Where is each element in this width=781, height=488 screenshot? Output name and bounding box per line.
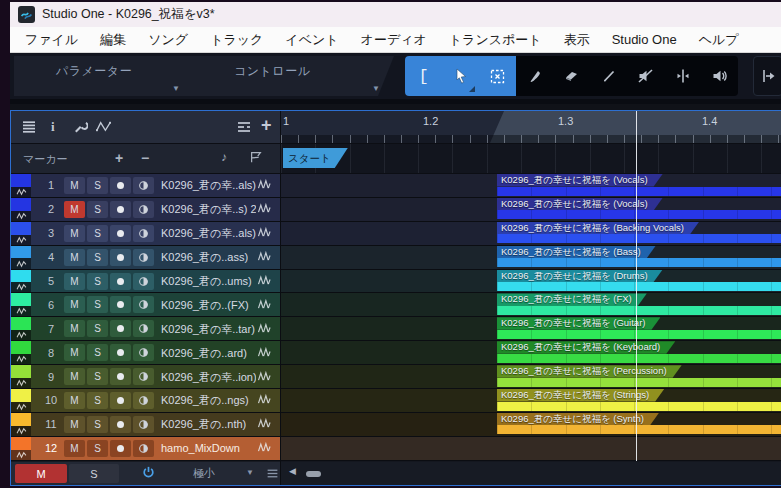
bend-tool-button[interactable] bbox=[664, 56, 701, 96]
record-arm-button[interactable] bbox=[110, 296, 131, 313]
monitor-button[interactable] bbox=[133, 177, 154, 194]
track-color-strip[interactable] bbox=[11, 222, 31, 245]
track-lane-11[interactable]: K0296_君の幸せに祝福を (Synth) bbox=[281, 413, 781, 437]
tempo-note-icon[interactable]: ♪ bbox=[221, 150, 227, 164]
track-header-3[interactable]: 3 M S K0296_君の幸..als) bbox=[11, 222, 281, 246]
track-lane-5[interactable]: K0296_君の幸せに祝福を (Drums) bbox=[281, 270, 781, 294]
mute-button[interactable]: M bbox=[64, 249, 85, 266]
audio-clip[interactable]: K0296_君の幸せに祝福を (Backing Vocals) bbox=[497, 222, 781, 245]
track-lane-8[interactable]: K0296_君の幸せに祝福を (Keyboard) bbox=[281, 341, 781, 365]
mute-button[interactable]: M bbox=[64, 392, 85, 409]
monitor-button[interactable] bbox=[133, 320, 154, 337]
mute-button[interactable]: M bbox=[64, 368, 85, 385]
marker-flag-icon[interactable] bbox=[249, 150, 263, 164]
solo-button[interactable]: S bbox=[87, 249, 108, 266]
solo-button[interactable]: S bbox=[87, 225, 108, 242]
audio-clip[interactable]: K0296_君の幸せに祝福を (Synth) bbox=[497, 413, 781, 436]
menu-item-6[interactable]: オーディオ bbox=[350, 27, 438, 52]
monitor-button[interactable] bbox=[133, 249, 154, 266]
mute-button[interactable]: M bbox=[64, 440, 85, 457]
track-header-10[interactable]: 10 M S K0296_君の..ngs) bbox=[11, 389, 281, 413]
audio-clip[interactable]: K0296_君の幸せに祝福を (Percussion) bbox=[497, 365, 781, 388]
track-header-4[interactable]: 4 M S K0296_君の..ass) bbox=[11, 246, 281, 270]
solo-button[interactable]: S bbox=[87, 440, 108, 457]
monitor-button[interactable] bbox=[133, 368, 154, 385]
track-color-strip[interactable] bbox=[11, 413, 31, 436]
mute-button[interactable]: M bbox=[64, 296, 85, 313]
paint-line-button[interactable] bbox=[590, 56, 627, 96]
audio-clip[interactable]: K0296_君の幸せに祝福を (Keyboard) bbox=[497, 341, 781, 364]
arrow-tool-button[interactable] bbox=[442, 56, 479, 96]
global-solo-button[interactable]: S bbox=[69, 464, 119, 483]
hamburger-icon[interactable] bbox=[21, 119, 37, 135]
track-name[interactable]: K0296_君の..(FX) bbox=[161, 297, 249, 312]
monitor-button[interactable] bbox=[133, 392, 154, 409]
list-lines-icon[interactable] bbox=[266, 467, 279, 480]
playhead[interactable] bbox=[636, 111, 637, 461]
add-track-icon[interactable]: + bbox=[261, 115, 272, 136]
solo-button[interactable]: S bbox=[87, 320, 108, 337]
track-color-strip[interactable] bbox=[11, 174, 31, 197]
mute-tool-button[interactable] bbox=[627, 56, 664, 96]
track-header-6[interactable]: 6 M S K0296_君の..(FX) bbox=[11, 293, 281, 317]
solo-button[interactable]: S bbox=[87, 296, 108, 313]
mute-button[interactable]: M bbox=[64, 225, 85, 242]
scroll-left-arrow-icon[interactable]: ◀ bbox=[289, 466, 296, 476]
record-arm-button[interactable] bbox=[110, 201, 131, 218]
record-arm-button[interactable] bbox=[110, 177, 131, 194]
timeline-ruler[interactable]: 11.21.31.4 bbox=[281, 111, 781, 144]
horizontal-scrollbar[interactable]: ◀ bbox=[281, 462, 781, 485]
track-color-strip[interactable] bbox=[11, 389, 31, 412]
track-header-8[interactable]: 8 M S K0296_君の..ard) bbox=[11, 341, 281, 365]
track-name[interactable]: K0296_君の幸..tar) bbox=[161, 321, 255, 336]
track-color-strip[interactable] bbox=[11, 365, 31, 388]
track-lane-10[interactable]: K0296_君の幸せに祝福を (Strings) bbox=[281, 389, 781, 413]
menu-item-2[interactable]: 編集 bbox=[89, 27, 137, 52]
eraser-button[interactable] bbox=[553, 56, 590, 96]
record-arm-button[interactable] bbox=[110, 440, 131, 457]
info-icon[interactable]: i bbox=[51, 119, 55, 135]
track-header-2[interactable]: 2 M S K0296_君の幸..s) 2 bbox=[11, 198, 281, 222]
track-name[interactable]: hamo_MixDown bbox=[161, 442, 240, 454]
track-header-1[interactable]: 1 M S K0296_君の幸..als) bbox=[11, 174, 281, 198]
menu-item-3[interactable]: ソング bbox=[137, 27, 199, 52]
monitor-button[interactable] bbox=[133, 225, 154, 242]
monitor-button[interactable] bbox=[133, 440, 154, 457]
audio-clip[interactable]: K0296_君の幸せに祝福を (Strings) bbox=[497, 389, 781, 412]
menu-item-1[interactable]: ファイル bbox=[14, 27, 89, 52]
track-color-strip[interactable] bbox=[11, 198, 31, 221]
record-arm-button[interactable] bbox=[110, 368, 131, 385]
track-name[interactable]: K0296_君の幸..als) bbox=[161, 226, 256, 241]
mute-button[interactable]: M bbox=[64, 416, 85, 433]
track-color-strip[interactable] bbox=[11, 293, 31, 316]
record-arm-button[interactable] bbox=[110, 344, 131, 361]
track-header-5[interactable]: 5 M S K0296_君の..ums) bbox=[11, 270, 281, 294]
remove-marker-icon[interactable]: − bbox=[141, 150, 149, 166]
track-name[interactable]: K0296_君の..ard) bbox=[161, 345, 247, 360]
menu-item-9[interactable]: Studio One bbox=[601, 27, 688, 52]
monitor-button[interactable] bbox=[133, 344, 154, 361]
control-section[interactable]: コントロール ▼ bbox=[204, 56, 394, 96]
audio-clip[interactable]: K0296_君の幸せに祝福を (Drums) bbox=[497, 270, 781, 293]
audio-clip[interactable]: K0296_君の幸せに祝福を (Bass) bbox=[497, 246, 781, 269]
record-arm-button[interactable] bbox=[110, 273, 131, 290]
listen-tool-button[interactable] bbox=[701, 56, 738, 96]
chevron-down-icon[interactable]: ▼ bbox=[246, 468, 254, 477]
menu-item-4[interactable]: トラック bbox=[199, 27, 274, 52]
track-header-12[interactable]: 12 M S hamo_MixDown bbox=[11, 437, 281, 461]
track-name[interactable]: K0296_君の幸..als) bbox=[161, 178, 256, 193]
record-arm-button[interactable] bbox=[110, 249, 131, 266]
global-mute-button[interactable]: M bbox=[15, 464, 67, 483]
track-name[interactable]: K0296_君の..ass) bbox=[161, 250, 248, 265]
menu-item-5[interactable]: イベント bbox=[274, 27, 349, 52]
marquee-select-button[interactable] bbox=[479, 56, 516, 96]
menu-item-8[interactable]: 表示 bbox=[553, 27, 601, 52]
parameter-section[interactable]: パラメーター ▼ bbox=[14, 56, 204, 96]
chevron-down-icon[interactable]: ▼ bbox=[372, 84, 380, 93]
monitor-button[interactable] bbox=[133, 296, 154, 313]
track-lane-9[interactable]: K0296_君の幸せに祝福を (Percussion) bbox=[281, 365, 781, 389]
marker-lane[interactable]: スタート bbox=[281, 144, 781, 174]
record-arm-button[interactable] bbox=[110, 416, 131, 433]
solo-button[interactable]: S bbox=[87, 368, 108, 385]
track-header-11[interactable]: 11 M S K0296_君の..nth) bbox=[11, 413, 281, 437]
